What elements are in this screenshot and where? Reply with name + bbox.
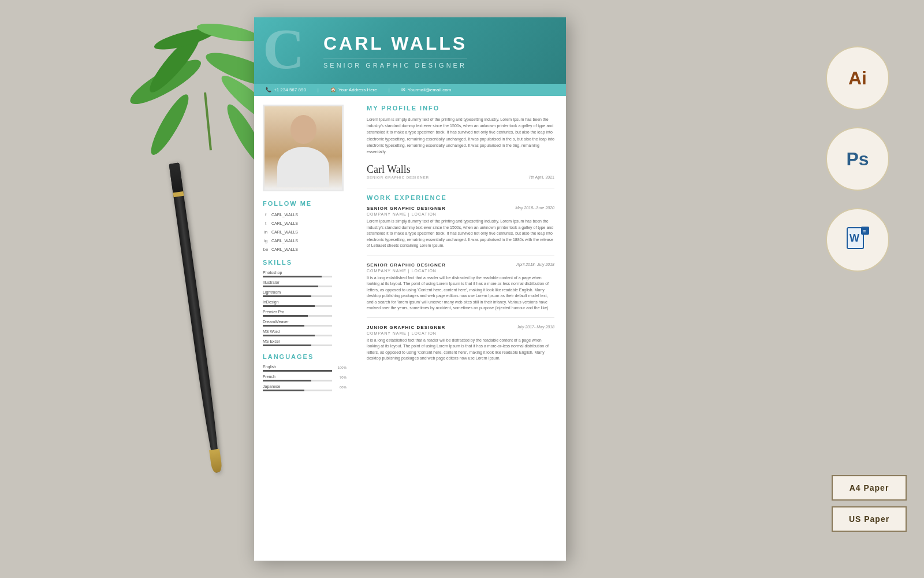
work-divider	[367, 317, 554, 318]
resume-name: CARL WALLS	[323, 33, 467, 54]
language-bar-fill	[263, 380, 311, 381]
email-text: Yourmail@email.com	[408, 87, 451, 92]
contact-divider-2: |	[389, 87, 390, 92]
skill-bar-fill	[263, 325, 304, 327]
skill-name: Photoshop	[263, 271, 346, 275]
behance-handle: CARL_WALLS	[271, 247, 298, 251]
contact-bar: 📞 +1 234 567 890 | 🏠 Your Address Here |…	[254, 84, 566, 96]
skills-list: Photoshop Illustrator Lightroom InDesign…	[263, 271, 346, 346]
skill-bar-bg	[263, 276, 332, 277]
work-company: COMPANY NAME | LOCATION	[367, 212, 554, 216]
work-description: Lorem Ipsum is simply dummy text of the …	[367, 218, 554, 249]
skill-bar-bg	[263, 286, 332, 287]
skill-name: Premier Pro	[263, 310, 346, 314]
work-position: SENIOR GRAPHIC DESIGNER	[367, 206, 446, 211]
left-column: FOLLOW ME f CARL_WALLS t CARL_WALLS in C…	[254, 96, 355, 555]
address-text: Your Address Here	[338, 87, 377, 92]
work-company: COMPANY NAME | LOCATION	[367, 331, 554, 335]
person-head	[290, 115, 316, 144]
language-percent: 100%	[338, 366, 346, 369]
skill-bar-fill	[263, 315, 308, 317]
header-letter: C	[263, 20, 304, 78]
word-icon[interactable]: W ≡	[826, 208, 889, 272]
language-item: English 100%	[263, 365, 346, 372]
address-icon: 🏠	[330, 87, 336, 92]
header-name-section: CARL WALLS SENIOR GRAPHIC DESIGNER	[323, 33, 467, 69]
facebook-handle: CARL_WALLS	[271, 213, 298, 217]
skill-bar-fill	[263, 344, 311, 346]
profile-text: Lorem Ipsum is simply dummy text of the …	[367, 116, 554, 155]
work-divider	[367, 255, 554, 255]
language-name: Japanese	[263, 384, 280, 388]
work-list: SENIOR GRAPHIC DESIGNER May 2018- June 2…	[367, 206, 554, 362]
facebook-icon: f	[263, 212, 269, 217]
work-item: SENIOR GRAPHIC DESIGNER May 2018- June 2…	[367, 206, 554, 255]
skill-name: DreamWeaver	[263, 320, 346, 324]
social-item-instagram: ig CARL_WALLS	[263, 238, 346, 243]
svg-line-0	[205, 92, 211, 150]
skill-item: Illustrator	[263, 280, 346, 287]
social-item-linkedin: in CARL_WALLS	[263, 229, 346, 235]
skill-bar-bg	[263, 325, 332, 327]
work-position: JUNIOR GRAPHIC DESIGNER	[367, 325, 445, 330]
resume-paper: C CARL WALLS SENIOR GRAPHIC DESIGNER 📞 +…	[254, 17, 566, 561]
contact-divider-1: |	[318, 87, 319, 92]
pen-decoration	[169, 162, 223, 473]
a4-paper-button[interactable]: A4 Paper	[832, 475, 907, 501]
work-date: July 2017- May 2018	[517, 325, 554, 330]
work-item: SENIOR GRAPHIC DESIGNER April 2018- July…	[367, 262, 554, 318]
work-header: SENIOR GRAPHIC DESIGNER April 2018- July…	[367, 262, 554, 268]
work-section: WORK EXPERIENCE SENIOR GRAPHIC DESIGNER …	[367, 194, 554, 362]
paper-buttons: A4 Paper US Paper	[832, 475, 907, 532]
skill-bar-fill	[263, 295, 311, 297]
photoshop-icon[interactable]: Ps	[826, 127, 889, 191]
skill-bar-bg	[263, 295, 332, 297]
work-section-title: WORK EXPERIENCE	[367, 194, 554, 201]
ai-label: Ai	[848, 68, 867, 89]
signature-title: SENIOR GRAPHIC DESIGNER	[367, 176, 429, 179]
person-silhouette	[264, 106, 342, 190]
skill-bar-fill	[263, 286, 318, 287]
signature-container: Carl Walls SENIOR GRAPHIC DESIGNER	[367, 164, 429, 179]
language-item: French 70%	[263, 375, 346, 381]
skill-bar-bg	[263, 315, 332, 317]
social-item-behance: be CARL_WALLS	[263, 246, 346, 252]
work-position: SENIOR GRAPHIC DESIGNER	[367, 262, 446, 268]
skill-item: InDesign	[263, 300, 346, 307]
behance-icon: be	[263, 246, 269, 252]
instagram-handle: CARL_WALLS	[271, 239, 298, 243]
header-divider	[323, 58, 467, 58]
skill-name: MS Word	[263, 329, 346, 334]
us-paper-button[interactable]: US Paper	[832, 506, 907, 532]
profile-section-title: MY PROFILE INFO	[367, 105, 554, 112]
work-description: It is a long established fact that a rea…	[367, 338, 554, 362]
social-item-twitter: t CARL_WALLS	[263, 220, 346, 226]
social-list: f CARL_WALLS t CARL_WALLS in CARL_WALLS …	[263, 212, 346, 252]
work-company: COMPANY NAME | LOCATION	[367, 269, 554, 273]
language-bar-bg	[263, 390, 332, 391]
skill-item: MS Word	[263, 329, 346, 336]
phone-number: +1 234 567 890	[274, 87, 306, 92]
profile-section: MY PROFILE INFO Lorem Ipsum is simply du…	[367, 105, 554, 179]
svg-text:W: W	[850, 232, 859, 244]
address-contact: 🏠 Your Address Here	[330, 87, 377, 92]
linkedin-handle: CARL_WALLS	[271, 230, 298, 234]
illustrator-icon[interactable]: Ai	[826, 46, 889, 110]
skill-item: Lightroom	[263, 290, 346, 297]
linkedin-icon: in	[263, 229, 269, 235]
language-bar-bg	[263, 380, 332, 381]
social-item-facebook: f CARL_WALLS	[263, 212, 346, 217]
follow-me-title: FOLLOW ME	[263, 200, 346, 207]
language-percent: 60%	[340, 386, 346, 389]
skill-bar-bg	[263, 305, 332, 307]
language-bar-fill	[263, 370, 332, 372]
skill-bar-fill	[263, 335, 315, 336]
signature-date: 7th April, 2021	[528, 175, 554, 179]
skill-item: Premier Pro	[263, 310, 346, 317]
word-label: W ≡	[846, 227, 869, 254]
skill-name: Illustrator	[263, 280, 346, 284]
phone-contact: 📞 +1 234 567 890	[266, 87, 306, 92]
work-header: JUNIOR GRAPHIC DESIGNER July 2017- May 2…	[367, 325, 554, 330]
skill-bar-fill	[263, 305, 315, 307]
language-bar-fill	[263, 390, 304, 391]
